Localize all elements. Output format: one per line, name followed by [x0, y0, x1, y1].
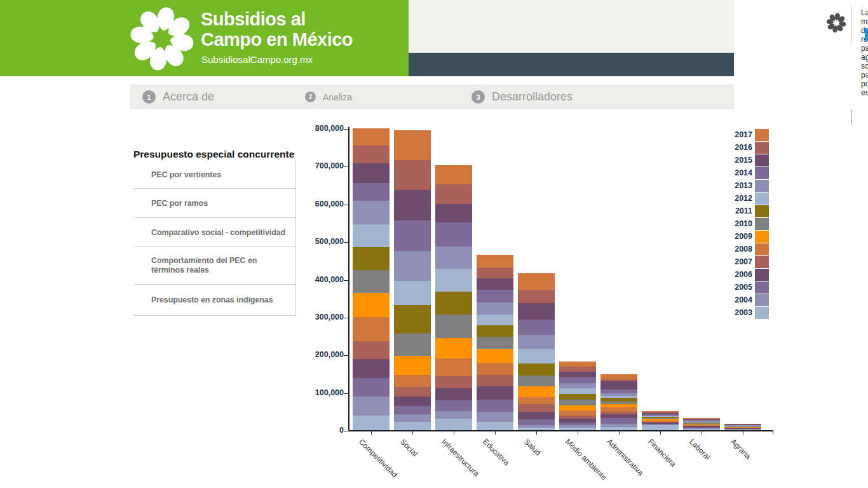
- bar-segment-2006[interactable]: [477, 386, 513, 400]
- bar-segment-2003[interactable]: [518, 428, 555, 430]
- bar-segment-2015[interactable]: [477, 278, 513, 290]
- bar-segment-2013[interactable]: [518, 335, 555, 349]
- bar-segment-2013[interactable]: [559, 383, 596, 389]
- legend-swatch-2011[interactable]: [755, 205, 769, 217]
- bar-segment-2014[interactable]: [559, 377, 596, 383]
- bar-segment-2004[interactable]: [477, 412, 513, 422]
- legend-swatch-2009[interactable]: [755, 231, 769, 243]
- bar-segment-2012[interactable]: [477, 315, 513, 326]
- bar-social[interactable]: [394, 130, 431, 430]
- legend-swatch-2010[interactable]: [755, 218, 769, 230]
- bar-administrativa[interactable]: [600, 374, 637, 430]
- bar-segment-2017[interactable]: [394, 130, 431, 160]
- legend-label-2007[interactable]: 2007: [714, 256, 752, 268]
- bar-laboral[interactable]: [683, 418, 720, 430]
- bar-segment-2010[interactable]: [518, 376, 555, 386]
- legend-label-2015[interactable]: 2015: [714, 154, 752, 166]
- legend-label-2010[interactable]: 2010: [714, 218, 752, 230]
- bar-segment-2005[interactable]: [353, 378, 390, 396]
- bar-segment-2013[interactable]: [477, 302, 513, 315]
- bar-segment-2005[interactable]: [600, 418, 637, 424]
- bar-segment-2015[interactable]: [435, 204, 472, 222]
- legend-label-2014[interactable]: 2014: [714, 167, 752, 179]
- bar-segment-2017[interactable]: [353, 128, 390, 145]
- legend-swatch-2004[interactable]: [755, 294, 769, 306]
- bar-segment-2007[interactable]: [435, 376, 472, 388]
- legend-swatch-2013[interactable]: [755, 180, 769, 192]
- bar-segment-2003[interactable]: [394, 422, 431, 430]
- legend-label-2011[interactable]: 2011: [714, 205, 752, 217]
- bar-segment-2009[interactable]: [477, 349, 513, 363]
- bar-segment-2006[interactable]: [518, 412, 555, 419]
- bar-segment-2010[interactable]: [353, 270, 390, 294]
- bar-segment-2015[interactable]: [600, 381, 637, 389]
- bar-medio-ambiente[interactable]: [559, 362, 596, 430]
- bar-segment-2009[interactable]: [559, 405, 596, 410]
- bar-segment-2011[interactable]: [518, 363, 555, 376]
- bar-segment-2017[interactable]: [435, 165, 472, 184]
- legend-label-2004[interactable]: 2004: [714, 294, 752, 306]
- legend-swatch-2012[interactable]: [755, 193, 769, 205]
- bar-segment-2007[interactable]: [394, 387, 431, 396]
- bar-segment-2009[interactable]: [435, 338, 472, 358]
- bar-segment-2010[interactable]: [394, 334, 431, 356]
- bar-segment-2008[interactable]: [435, 358, 472, 376]
- bar-segment-2015[interactable]: [353, 163, 390, 183]
- bar-segment-2014[interactable]: [518, 320, 555, 335]
- legend-swatch-2008[interactable]: [755, 243, 769, 255]
- legend-label-2012[interactable]: 2012: [714, 193, 752, 205]
- bar-segment-2005[interactable]: [435, 400, 472, 411]
- legend-label-2005[interactable]: 2005: [714, 281, 752, 294]
- bar-segment-2011[interactable]: [353, 247, 390, 270]
- bar-segment-2003[interactable]: [435, 419, 472, 430]
- bar-segment-2005[interactable]: [477, 400, 513, 412]
- bar-segment-2009[interactable]: [394, 356, 431, 375]
- bar-segment-2005[interactable]: [394, 406, 431, 414]
- bar-segment-2008[interactable]: [518, 397, 555, 404]
- bar-segment-2008[interactable]: [353, 317, 390, 341]
- bar-segment-2015[interactable]: [394, 190, 431, 220]
- bar-segment-2014[interactable]: [435, 222, 472, 247]
- bar-segment-2003[interactable]: [642, 425, 679, 430]
- bar-segment-2015[interactable]: [518, 303, 555, 320]
- bar-segment-2011[interactable]: [435, 292, 472, 315]
- bar-segment-2010[interactable]: [435, 315, 472, 338]
- bar-segment-2009[interactable]: [353, 293, 390, 316]
- bar-segment-2016[interactable]: [559, 367, 596, 372]
- bar-competitividad[interactable]: [353, 128, 390, 430]
- legend-swatch-2017[interactable]: [755, 129, 769, 141]
- bar-segment-2012[interactable]: [353, 224, 390, 247]
- legend-swatch-2003[interactable]: [755, 307, 769, 319]
- bar-segment-2008[interactable]: [559, 410, 596, 416]
- bar-segment-2013[interactable]: [435, 247, 472, 269]
- bar-segment-2016[interactable]: [353, 146, 390, 163]
- bar-segment-2011[interactable]: [559, 394, 596, 400]
- legend-swatch-2016[interactable]: [755, 142, 769, 154]
- bar-segment-2010[interactable]: [477, 337, 513, 349]
- bar-segment-2017[interactable]: [559, 362, 596, 367]
- bar-segment-2003[interactable]: [477, 422, 513, 430]
- bar-segment-2012[interactable]: [435, 269, 472, 292]
- bar-infraestructura[interactable]: [435, 165, 472, 430]
- bar-segment-2016[interactable]: [435, 184, 472, 205]
- legend-swatch-2005[interactable]: [755, 281, 769, 294]
- bar-segment-2014[interactable]: [394, 220, 431, 251]
- bar-segment-2004[interactable]: [435, 411, 472, 419]
- bar-segment-2015[interactable]: [559, 372, 596, 377]
- bar-segment-2014[interactable]: [353, 183, 390, 201]
- legend-swatch-2006[interactable]: [755, 269, 769, 281]
- legend-label-2006[interactable]: 2006: [714, 269, 752, 281]
- bar-segment-2003[interactable]: [600, 427, 637, 430]
- bar-segment-2003[interactable]: [683, 429, 720, 430]
- bar-segment-2006[interactable]: [353, 359, 390, 377]
- bar-segment-2013[interactable]: [353, 201, 390, 224]
- legend-label-2017[interactable]: 2017: [714, 129, 752, 141]
- bar-segment-2016[interactable]: [518, 290, 555, 303]
- bar-segment-2007[interactable]: [353, 341, 390, 359]
- bar-segment-2012[interactable]: [394, 281, 431, 305]
- bar-segment-2012[interactable]: [559, 388, 596, 394]
- bar-segment-2012[interactable]: [518, 349, 555, 363]
- bar-segment-2008[interactable]: [477, 363, 513, 374]
- bar-segment-2003[interactable]: [724, 430, 761, 430]
- bar-agraria[interactable]: [724, 424, 761, 430]
